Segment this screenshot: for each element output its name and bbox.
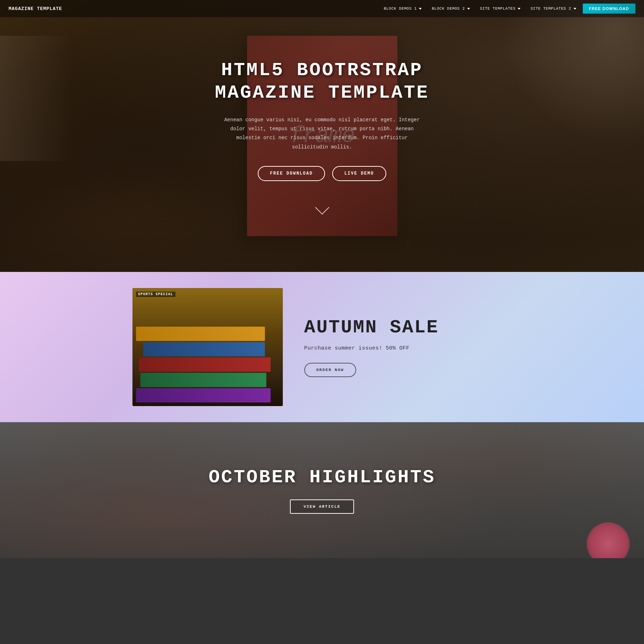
autumn-content: AUTUMN SALE Purchase summer issues! 50% …	[304, 317, 512, 377]
hero-left-decoration	[0, 36, 72, 161]
nav-links: BLOCK DEMOS 1 BLOCK DEMOS 2 SITE TEMPLAT…	[380, 4, 635, 14]
magazine-item	[136, 388, 271, 402]
scroll-down-indicator[interactable]	[204, 203, 440, 213]
nav-site-templates-2[interactable]: SITE TEMPLATES 2	[527, 4, 580, 13]
hero-right-decoration	[501, 0, 644, 143]
hero-section: HTML5 BOOTRSTRAP MAGAZINE TEMPLATE Aenea…	[0, 0, 644, 272]
brand-logo[interactable]: MAGAZINE TEMPLATE	[9, 6, 62, 11]
chevron-down-icon	[315, 200, 329, 215]
free-download-nav-button[interactable]: FREE DOWNLOAD	[583, 4, 635, 14]
magazine-item	[136, 327, 265, 341]
magazine-stack	[132, 288, 283, 406]
autumn-subtitle: Purchase summer issues! 50% OFF	[304, 345, 512, 351]
hero-title: HTML5 BOOTRSTRAP MAGAZINE TEMPLATE	[204, 59, 440, 104]
highlights-content: OCTOBER HIGHLIGHTS VIEW ARTICLE	[209, 467, 436, 514]
highlights-section: OCTOBER HIGHLIGHTS VIEW ARTICLE	[0, 422, 644, 558]
hero-content: HTML5 BOOTRSTRAP MAGAZINE TEMPLATE Aenea…	[197, 59, 447, 213]
magazine-item	[139, 357, 271, 372]
hero-description: Aenean congue varius nisi, eu commodo ni…	[218, 116, 426, 152]
autumn-title: AUTUMN SALE	[304, 317, 512, 338]
highlights-decoration	[587, 522, 630, 558]
view-article-button[interactable]: VIEW ARTICLE	[290, 499, 354, 514]
magazine-item	[140, 373, 266, 387]
chevron-down-icon	[518, 8, 520, 10]
chevron-down-icon	[467, 8, 470, 10]
nav-block-demos-1[interactable]: BLOCK DEMOS 1	[380, 4, 425, 13]
hero-buttons: FREE DOWNLOAD LIVE DEMO	[204, 166, 440, 181]
autumn-sale-section: SPORTS SPECIAL AUTUMN SALE Purchase summ…	[0, 272, 644, 422]
nav-block-demos-2[interactable]: BLOCK DEMOS 2	[428, 4, 473, 13]
magazine-item	[143, 342, 265, 356]
order-now-button[interactable]: ORDER NOW	[304, 363, 356, 377]
chevron-down-icon	[419, 8, 422, 10]
highlights-title: OCTOBER HIGHLIGHTS	[209, 467, 436, 488]
magazine-label: SPORTS SPECIAL	[136, 292, 175, 297]
nav-site-templates[interactable]: SITE TEMPLATES	[476, 4, 524, 13]
navbar: MAGAZINE TEMPLATE BLOCK DEMOS 1 BLOCK DE…	[0, 0, 644, 17]
free-download-hero-button[interactable]: FREE DOWNLOAD	[258, 166, 325, 181]
autumn-inner: SPORTS SPECIAL AUTUMN SALE Purchase summ…	[125, 274, 519, 420]
autumn-magazine-image: SPORTS SPECIAL	[132, 288, 283, 406]
chevron-down-icon	[573, 8, 576, 10]
live-demo-button[interactable]: LIVE DEMO	[332, 166, 386, 181]
